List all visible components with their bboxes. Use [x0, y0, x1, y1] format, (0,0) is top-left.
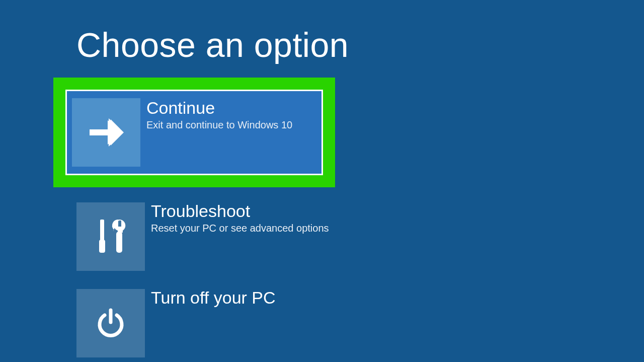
- option-troubleshoot[interactable]: Troubleshoot Reset your PC or see advanc…: [76, 202, 644, 271]
- option-continue-title: Continue: [146, 99, 292, 117]
- arrow-right-icon: [72, 98, 140, 167]
- tools-icon: [76, 202, 145, 271]
- option-continue-text: Continue Exit and continue to Windows 10: [146, 98, 292, 131]
- svg-rect-6: [99, 240, 105, 253]
- page-title: Choose an option: [76, 25, 644, 64]
- option-turnoff-title: Turn off your PC: [151, 289, 276, 307]
- option-troubleshoot-description: Reset your PC or see advanced options: [151, 223, 329, 234]
- svg-rect-3: [90, 129, 110, 135]
- power-icon: [76, 289, 145, 357]
- option-troubleshoot-text: Troubleshoot Reset your PC or see advanc…: [151, 202, 329, 234]
- options-list: Continue Exit and continue to Windows 10: [76, 78, 644, 357]
- option-troubleshoot-title: Troubleshoot: [151, 202, 329, 221]
- recovery-screen: Choose an option: [0, 0, 644, 362]
- svg-rect-5: [100, 220, 104, 241]
- option-turnoff[interactable]: Turn off your PC: [76, 289, 644, 357]
- option-turnoff-text: Turn off your PC: [151, 289, 276, 309]
- continue-highlight-border: Continue Exit and continue to Windows 10: [53, 78, 335, 187]
- svg-rect-8: [118, 219, 123, 226]
- option-continue-description: Exit and continue to Windows 10: [146, 119, 292, 131]
- option-continue[interactable]: Continue Exit and continue to Windows 10: [65, 90, 323, 175]
- svg-rect-7: [116, 232, 122, 253]
